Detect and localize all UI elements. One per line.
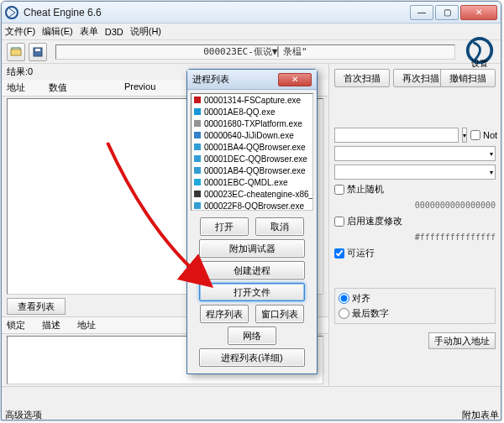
process-list-detail-button[interactable]: 进程列表(详细) [199, 348, 305, 367]
app-logo[interactable]: 设置 [464, 36, 496, 68]
save-button[interactable] [29, 43, 47, 61]
svg-rect-13 [194, 179, 201, 185]
lastdigits-radio[interactable] [339, 308, 349, 319]
process-icon [193, 119, 202, 128]
valuetype-combo[interactable]: ▾ [334, 164, 496, 180]
title-text: Cheat Engine 6.6 [24, 7, 410, 18]
undo-scan-button[interactable]: 撤销扫描 [440, 69, 496, 87]
align-radio[interactable] [339, 293, 349, 304]
process-icon [193, 178, 202, 186]
process-name: 00001680-TXPlatform.exe [204, 119, 302, 128]
svg-rect-4 [35, 49, 40, 51]
process-list[interactable]: 00001314-FSCapture.exe00001AE8-QQ.exe000… [191, 93, 313, 211]
scantype-combo[interactable]: ▾ [334, 146, 496, 161]
attach-debugger-button[interactable]: 附加调试器 [199, 239, 305, 258]
network-button[interactable]: 网络 [228, 326, 276, 345]
menu-help[interactable]: 说明(H) [130, 25, 161, 38]
process-item[interactable]: 00000640-JiJiDown.exe [192, 129, 312, 141]
process-icon [193, 107, 202, 116]
svg-rect-9 [194, 132, 201, 138]
first-scan-button[interactable]: 首次扫描 [334, 69, 390, 87]
process-icon [193, 96, 202, 104]
app-icon [5, 6, 18, 19]
add-address-manually-button[interactable]: 手动加入地址 [428, 332, 496, 349]
menu-table[interactable]: 表单 [80, 25, 98, 38]
dialog-close-button[interactable]: ✕ [278, 73, 312, 86]
process-icon [193, 190, 202, 198]
view-list-button[interactable]: 查看列表 [7, 298, 66, 315]
speedhack-checkbox[interactable] [334, 217, 344, 227]
svg-rect-11 [194, 155, 201, 162]
menu-d3d[interactable]: D3D [105, 27, 123, 37]
process-item[interactable]: 000022F8-QQBrowser.exe [192, 200, 312, 211]
advanced-options-link[interactable]: 高级选项 [5, 409, 42, 421]
process-name: 000023EC-cheatengine-x86_64.ex [204, 190, 313, 199]
menu-file[interactable]: 文件(F) [5, 25, 35, 38]
process-name: 00001BA4-QQBrowser.exe [204, 143, 306, 152]
open-process-button[interactable] [7, 43, 25, 61]
dialog-title: 进程列表 [192, 73, 278, 86]
col-lock[interactable]: 锁定 [7, 319, 25, 332]
memory-scan-options: 对齐 最后数字 [334, 288, 496, 324]
value-input[interactable] [334, 128, 459, 143]
svg-rect-10 [194, 144, 201, 150]
process-list-dialog: 进程列表 ✕ 00001314-FSCapture.exe00001AE8-QQ… [186, 69, 318, 374]
svg-rect-8 [194, 120, 201, 127]
process-item[interactable]: 00001AE8-QQ.exe [192, 106, 312, 118]
menubar: 文件(F) 编辑(E) 表单 D3D 说明(H) [2, 24, 501, 40]
align-label: 对齐 [352, 292, 370, 305]
titlebar[interactable]: Cheat Engine 6.6 — ▢ ✕ [2, 2, 501, 24]
process-item[interactable]: 00001DEC-QQBrowser.exe [192, 153, 312, 164]
open-button[interactable]: 打开 [200, 217, 249, 236]
process-list-button[interactable]: 程序列表 [200, 305, 249, 323]
col-desc[interactable]: 描述 [42, 319, 60, 332]
col-address[interactable]: 地址 [7, 81, 49, 94]
svg-rect-7 [194, 108, 201, 115]
menu-edit[interactable]: 编辑(E) [42, 25, 73, 38]
process-name: 00001AB4-QQBrowser.exe [204, 166, 306, 175]
close-button[interactable]: ✕ [460, 5, 497, 20]
value-history-dropdown[interactable]: ▾ [462, 128, 467, 143]
svg-rect-15 [194, 202, 201, 209]
process-icon [193, 131, 202, 139]
create-process-button[interactable]: 创建进程 [199, 261, 305, 279]
randomizer-checkbox[interactable] [334, 185, 344, 195]
randomizer-label: 禁止随机 [347, 183, 384, 196]
process-item[interactable]: 00001EBC-QMDL.exe [192, 176, 312, 188]
process-item[interactable]: 00001680-TXPlatform.exe [192, 118, 312, 129]
cancel-button[interactable]: 取消 [255, 217, 304, 236]
process-name: 00001DEC-QQBrowser.exe [204, 154, 307, 164]
svg-rect-12 [194, 167, 201, 174]
process-item[interactable]: 000023EC-cheatengine-x86_64.ex [192, 188, 312, 200]
svg-rect-14 [194, 191, 201, 197]
runnable-label: 可运行 [347, 247, 375, 259]
col-previous[interactable]: Previou [124, 81, 175, 94]
process-item[interactable]: 00001314-FSCapture.exe [192, 94, 312, 106]
lastdigits-label: 最后数字 [352, 307, 389, 320]
col-address2[interactable]: 地址 [77, 319, 96, 332]
hex-display-1: 0000000000000000 [334, 199, 496, 212]
col-value[interactable]: 数值 [49, 81, 124, 94]
process-item[interactable]: 00001AB4-QQBrowser.exe [192, 164, 312, 176]
window-list-button[interactable]: 窗口列表 [255, 305, 304, 323]
toolbar: 000023EC-侲说▼▏彔榅" 设置 [2, 40, 501, 64]
maximize-button[interactable]: ▢ [435, 5, 459, 20]
scan-pane: 首次扫描 再次扫描 撤销扫描 ▾ Not ▾ ▾ 禁止随机 0000000000… [329, 64, 501, 386]
minimize-button[interactable]: — [410, 5, 433, 20]
process-item[interactable]: 00001BA4-QQBrowser.exe [192, 141, 312, 153]
chevron-down-icon: ▾ [490, 150, 493, 158]
not-checkbox[interactable] [470, 130, 480, 140]
process-name: 00000640-JiJiDown.exe [204, 131, 294, 140]
process-icon [193, 154, 202, 163]
dialog-buttons: 打开 取消 附加调试器 创建进程 打开文件 程序列表 窗口列表 网络 进程列表(… [187, 214, 317, 373]
runnable-checkbox[interactable] [334, 248, 344, 258]
dialog-titlebar[interactable]: 进程列表 ✕ [187, 70, 317, 90]
chevron-down-icon: ▾ [490, 169, 493, 176]
process-name: 00001314-FSCapture.exe [204, 96, 301, 105]
process-icon [193, 201, 202, 210]
open-file-button[interactable]: 打开文件 [199, 283, 305, 301]
speedhack-label: 启用速度修改 [347, 215, 402, 227]
footer [2, 386, 501, 401]
process-name: 000022F8-QQBrowser.exe [204, 201, 304, 211]
attach-table-link[interactable]: 附加表单 [462, 409, 499, 421]
